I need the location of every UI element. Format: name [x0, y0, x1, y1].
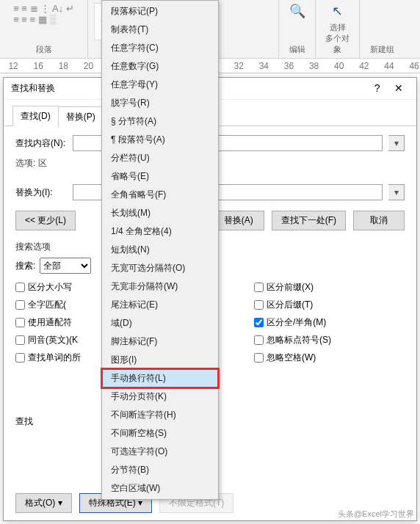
checkbox-chk-left-4[interactable]: 查找单词的所 [15, 352, 96, 364]
menu-item-18[interactable]: 脚注标记(F) [102, 332, 218, 351]
find-combo-button[interactable]: ▾ [388, 135, 405, 151]
menu-item-1[interactable]: 制表符(T) [102, 21, 218, 39]
menu-item-23[interactable]: 不间断空格(S) [102, 424, 218, 443]
checkbox-label: 使用通配符 [28, 316, 72, 329]
menu-item-5[interactable]: 脱字号(R) [102, 94, 218, 112]
checkbox-label: 区分大小写 [28, 281, 72, 294]
replace-label: 替换为(I): [15, 186, 67, 199]
checkbox-input[interactable] [15, 353, 25, 363]
replace-all-button[interactable]: 替换(A) [213, 211, 264, 230]
menu-item-24[interactable]: 可选连字符(O) [102, 443, 218, 461]
menu-item-10[interactable]: 全角省略号(F) [102, 186, 218, 204]
checkbox-input[interactable] [15, 335, 25, 345]
checkbox-label: 区分全/半角(M) [267, 316, 326, 329]
checkbox-label: 同音(英文)(K [28, 334, 78, 346]
menu-item-22[interactable]: 不间断连字符(H) [102, 406, 218, 424]
checkbox-chk-right-0[interactable]: 区分前缀(X) [254, 281, 331, 294]
ruler-mark: 34 [258, 61, 269, 71]
menu-item-14[interactable]: 无宽可选分隔符(O) [102, 259, 218, 277]
menu-item-17[interactable]: 域(D) [102, 314, 218, 332]
menu-item-15[interactable]: 无宽非分隔符(W) [102, 277, 218, 296]
ruler-mark: 12 [7, 61, 19, 71]
checkbox-label: 全字匹配( [28, 299, 66, 311]
menu-item-13[interactable]: 短划线(N) [102, 241, 218, 259]
close-button[interactable]: ✕ [388, 82, 409, 94]
menu-item-7[interactable]: ¶ 段落符号(A) [102, 131, 218, 149]
checkbox-input[interactable] [15, 283, 25, 292]
menu-item-19[interactable]: 图形(I) [102, 351, 218, 369]
find-next-button[interactable]: 查找下一处(F) [272, 211, 346, 230]
ruler-mark: 44 [383, 61, 395, 71]
menu-item-26[interactable]: 空白区域(W) [102, 479, 218, 498]
checkbox-label: 忽略空格(W) [267, 352, 316, 364]
menu-item-11[interactable]: 长划线(M) [102, 204, 218, 222]
select-group[interactable]: ↖ 选择 多个对象 [316, 0, 360, 58]
checkbox-chk-left-2[interactable]: 使用通配符 [15, 316, 96, 329]
menu-item-0[interactable]: 段落标记(P) [102, 2, 218, 21]
checkbox-chk-right-4[interactable]: 忽略空格(W) [254, 352, 331, 364]
dialog-title: 查找和替换 [11, 82, 55, 95]
cursor-icon: ↖ [332, 3, 343, 19]
menu-item-2[interactable]: 任意字符(C) [102, 39, 218, 57]
find-label: 查找内容(N): [15, 137, 67, 150]
menu-item-3[interactable]: 任意数字(G) [102, 57, 218, 76]
less-button[interactable]: << 更少(L) [15, 211, 76, 230]
checkbox-input[interactable] [15, 300, 25, 310]
paragraph-icons[interactable]: ≡ ≡ ≣ ⋮ A↓ ↵≡ ≡ ≡ ▦ ░ [13, 3, 74, 25]
tab-replace[interactable]: 替换(P) [58, 106, 104, 127]
checkbox-chk-left-3[interactable]: 同音(英文)(K [15, 334, 96, 346]
checkbox-label: 忽略标点符号(S) [267, 334, 331, 346]
menu-item-6[interactable]: § 分节符(A) [102, 112, 218, 131]
menu-item-20[interactable]: 手动换行符(L) [102, 369, 218, 387]
checkbox-input[interactable] [254, 318, 264, 327]
menu-item-8[interactable]: 分栏符(U) [102, 149, 218, 167]
checkbox-input[interactable] [254, 335, 264, 345]
checkbox-input[interactable] [254, 353, 264, 363]
menu-item-4[interactable]: 任意字母(Y) [102, 76, 218, 94]
paragraph-label: 段落 [36, 43, 52, 55]
menu-item-25[interactable]: 分节符(B) [102, 461, 218, 479]
ruler-mark: 18 [57, 61, 69, 71]
ruler-mark: 46 [408, 61, 420, 71]
ruler-mark: 36 [283, 61, 294, 71]
menu-item-16[interactable]: 尾注标记(E) [102, 296, 218, 314]
replace-combo-button[interactable]: ▾ [388, 184, 405, 200]
checkbox-chk-right-3[interactable]: 忽略标点符号(S) [254, 334, 331, 346]
options-value: 区 [38, 158, 47, 168]
menu-item-21[interactable]: 手动分页符(K) [102, 387, 218, 406]
edit-group[interactable]: 🔍 编辑 [279, 0, 316, 58]
ruler-mark: 32 [233, 61, 245, 71]
checkbox-input[interactable] [254, 283, 264, 292]
checkbox-chk-right-2[interactable]: 区分全/半角(M) [254, 316, 331, 329]
menu-item-9[interactable]: 省略号(E) [102, 167, 218, 186]
ruler-mark: 20 [82, 61, 94, 71]
options-label: 选项: [15, 158, 35, 168]
watermark: 头条@Excel学习世界 [338, 509, 414, 520]
paragraph-group: ≡ ≡ ≣ ⋮ A↓ ↵≡ ≡ ≡ ▦ ░ 段落 [0, 0, 88, 58]
new-group: 新建组 [360, 0, 404, 58]
help-button[interactable]: ? [369, 82, 386, 94]
checkbox-label: 区分前缀(X) [267, 281, 314, 294]
format-button[interactable]: 格式(O) ▾ [15, 493, 72, 513]
checkbox-chk-left-0[interactable]: 区分大小写 [15, 281, 96, 294]
tab-find[interactable]: 查找(D) [12, 106, 59, 126]
checkbox-input[interactable] [254, 300, 264, 310]
ruler-mark: 40 [333, 61, 345, 71]
search-scope-select[interactable]: 全部 [40, 258, 91, 274]
special-format-menu: 段落标记(P)制表符(T)任意字符(C)任意数字(G)任意字母(Y)脱字号(R)… [101, 0, 219, 500]
checkbox-input[interactable] [15, 318, 25, 327]
ruler-mark: 42 [358, 61, 370, 71]
ruler-mark: 16 [32, 61, 44, 71]
cancel-button[interactable]: 取消 [353, 211, 405, 230]
checkbox-chk-right-1[interactable]: 区分后缀(T) [254, 299, 331, 311]
menu-item-12[interactable]: 1/4 全角空格(4) [102, 222, 218, 241]
checkbox-label: 区分后缀(T) [267, 299, 313, 311]
checkbox-label: 查找单词的所 [28, 352, 81, 364]
checkbox-chk-left-1[interactable]: 全字匹配( [15, 299, 96, 311]
search-icon: 🔍 [289, 3, 305, 19]
search-scope-label: 搜索: [15, 260, 35, 272]
ruler-mark: 38 [308, 61, 320, 71]
